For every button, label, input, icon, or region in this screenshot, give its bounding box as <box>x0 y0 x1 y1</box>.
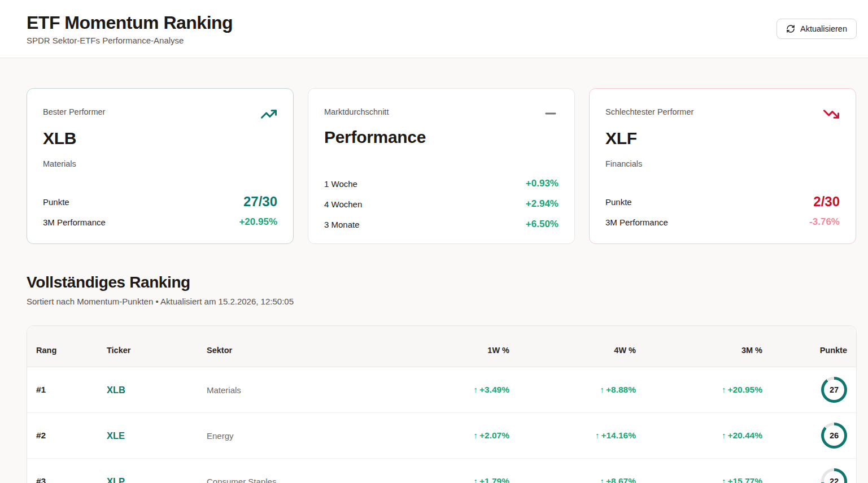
card-stats: Punkte2/303M Performance-3.76% <box>605 192 840 232</box>
card-sector: Financials <box>605 159 642 168</box>
pct-value: +14.16% <box>601 430 636 440</box>
points-value: 26 <box>824 425 844 446</box>
pct-w1-cell: ↑+2.07% <box>385 430 509 441</box>
stat-row: Punkte2/30 <box>605 192 840 212</box>
pct-value: +8.67% <box>606 476 636 483</box>
pct-m3-cell: ↑+20.95% <box>636 385 762 395</box>
up-arrow-icon: ↑ <box>722 430 726 440</box>
page-title: ETF Momentum Ranking <box>27 12 233 33</box>
summary-card-average: MarktdurchschnittPerformance1 Woche+0.93… <box>308 88 575 244</box>
pct-w4-cell: ↑+8.67% <box>509 476 636 483</box>
stat-row: Punkte27/30 <box>43 192 277 212</box>
card-top: Schlechtester Performer <box>605 102 840 125</box>
table-row: #1XLBMaterials↑+3.49%↑+8.88%↑+20.95%27 <box>27 367 856 413</box>
pct-m3-cell: ↑+15.77% <box>636 476 762 483</box>
col-4w: 4W % <box>509 346 636 355</box>
sector-cell: Materials <box>207 385 385 395</box>
stat-value: +6.50% <box>526 219 559 230</box>
sector-cell: Consumer Staples <box>207 477 385 483</box>
ticker-cell[interactable]: XLP <box>107 476 207 483</box>
trending-up-icon <box>260 106 277 125</box>
summary-card-worst: Schlechtester PerformerXLFFinancialsPunk… <box>589 88 856 244</box>
col-sektor: Sektor <box>207 346 385 355</box>
summary-cards: Bester PerformerXLBMaterialsPunkte27/303… <box>27 88 857 244</box>
pct-value: +8.88% <box>606 385 636 394</box>
main-content: Bester PerformerXLBMaterialsPunkte27/303… <box>0 58 868 483</box>
stat-label: 1 Woche <box>324 179 357 189</box>
card-title: XLF <box>605 129 840 148</box>
up-arrow-icon: ↑ <box>600 385 604 394</box>
points-value: 27 <box>824 380 844 400</box>
pct-value: +1.79% <box>479 476 509 483</box>
stat-label: 4 Wochen <box>324 199 362 209</box>
rank-cell: #3 <box>36 476 107 483</box>
card-sector: Materials <box>43 159 76 168</box>
pct-m3-cell: ↑+20.44% <box>636 430 762 441</box>
points-badge: 22 <box>821 468 847 483</box>
sector-cell: Energy <box>207 431 385 441</box>
pct-value: +15.77% <box>727 476 762 483</box>
stat-value: +2.94% <box>526 198 559 210</box>
stat-row: 4 Wochen+2.94% <box>324 194 559 214</box>
stat-label: Punkte <box>43 197 69 207</box>
points-cell: 27 <box>762 377 847 403</box>
pct-value: +2.07% <box>479 430 509 440</box>
col-ticker: Ticker <box>107 346 207 355</box>
up-arrow-icon: ↑ <box>473 476 478 483</box>
up-arrow-icon: ↑ <box>722 385 726 394</box>
rank-cell: #2 <box>36 430 107 441</box>
stat-row: 1 Woche+0.93% <box>324 173 559 194</box>
points-cell: 26 <box>762 423 847 449</box>
card-top: Bester Performer <box>43 102 277 125</box>
col-3m: 3M % <box>636 346 762 355</box>
stat-label: 3M Performance <box>43 217 106 227</box>
pct-w4-cell: ↑+8.88% <box>509 385 636 395</box>
app-header: ETF Momentum Ranking SPDR Sektor-ETFs Pe… <box>0 0 868 58</box>
card-stats: 1 Woche+0.93%4 Wochen+2.94%3 Monate+6.50… <box>324 173 559 234</box>
card-top: Marktdurchschnitt <box>324 102 559 124</box>
stat-label: 3 Monate <box>324 220 360 229</box>
ranking-heading: Vollständiges Ranking <box>27 273 857 291</box>
ticker-cell[interactable]: XLB <box>107 385 207 395</box>
summary-card-best: Bester PerformerXLBMaterialsPunkte27/303… <box>27 88 294 244</box>
table-body: #1XLBMaterials↑+3.49%↑+8.88%↑+20.95%27#2… <box>27 367 856 483</box>
col-1w: 1W % <box>385 346 509 355</box>
points-cell: 22 <box>762 468 847 483</box>
pct-value: +20.44% <box>727 430 762 440</box>
stat-value: -3.76% <box>809 216 840 228</box>
up-arrow-icon: ↑ <box>473 430 478 440</box>
pct-value: +3.49% <box>479 385 509 394</box>
up-arrow-icon: ↑ <box>595 430 600 440</box>
pct-w1-cell: ↑+3.49% <box>385 385 509 395</box>
ticker-cell[interactable]: XLE <box>107 430 207 441</box>
refresh-button-label: Aktualisieren <box>800 24 847 33</box>
table-header: Rang Ticker Sektor 1W % 4W % 3M % Punkte <box>27 326 856 367</box>
pct-value: +20.95% <box>727 385 762 394</box>
up-arrow-icon: ↑ <box>600 476 604 483</box>
rank-cell: #1 <box>36 385 107 395</box>
card-title: XLB <box>43 129 277 148</box>
col-punkte: Punkte <box>762 346 847 355</box>
col-rang: Rang <box>36 346 107 355</box>
stat-row: 3M Performance-3.76% <box>605 212 840 232</box>
page-subtitle: SPDR Sektor-ETFs Performance-Analyse <box>27 36 233 45</box>
minus-icon <box>543 106 559 124</box>
table-row: #2XLEEnergy↑+2.07%↑+14.16%↑+20.44%26 <box>27 413 856 459</box>
stat-value: +0.93% <box>526 178 559 189</box>
stat-row: 3M Performance+20.95% <box>43 212 277 232</box>
stat-value: 2/30 <box>813 194 840 210</box>
pct-w1-cell: ↑+1.79% <box>385 476 509 483</box>
stat-label: 3M Performance <box>605 217 668 227</box>
points-badge: 26 <box>821 423 847 449</box>
ranking-subtitle: Sortiert nach Momentum-Punkten • Aktuali… <box>27 297 857 306</box>
refresh-icon <box>786 24 795 33</box>
card-stats: Punkte27/303M Performance+20.95% <box>43 192 277 232</box>
card-label: Bester Performer <box>43 102 105 116</box>
refresh-button[interactable]: Aktualisieren <box>777 19 857 39</box>
card-label: Schlechtester Performer <box>605 102 693 116</box>
points-badge: 27 <box>821 377 847 403</box>
ranking-section-header: Vollständiges Ranking Sortiert nach Mome… <box>27 273 857 306</box>
stat-row: 3 Monate+6.50% <box>324 214 559 234</box>
pct-w4-cell: ↑+14.16% <box>509 430 636 441</box>
trending-down-icon <box>823 106 840 125</box>
